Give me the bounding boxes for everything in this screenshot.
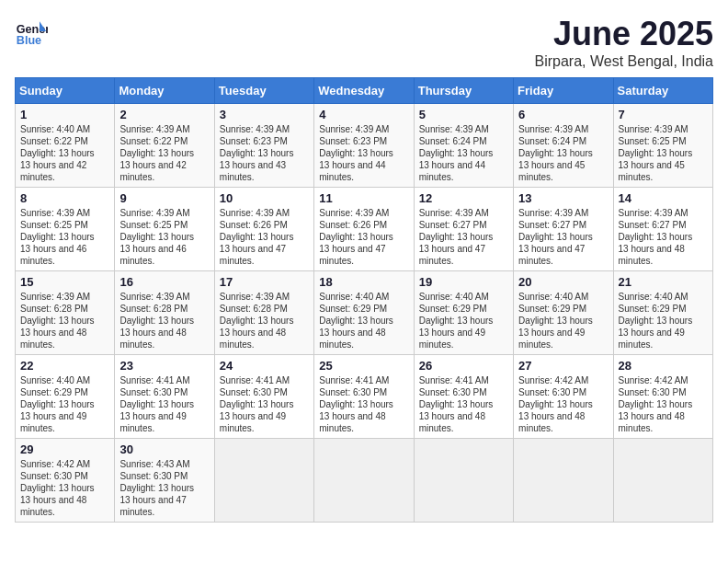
- day-number: 4: [319, 108, 408, 121]
- calendar-cell: 2Sunrise: 4:39 AMSunset: 6:22 PMDaylight…: [115, 104, 214, 188]
- daylight-minutes-text: 13 hours and 48 minutes.: [319, 327, 408, 350]
- sunset-text: Sunset: 6:30 PM: [20, 470, 109, 482]
- day-number: 15: [20, 275, 109, 289]
- sunrise-text: Sunrise: 4:39 AM: [319, 123, 408, 135]
- daylight-hours-label: Daylight: 13 hours: [619, 147, 708, 159]
- daylight-hours-label: Daylight: 13 hours: [518, 398, 608, 410]
- sunset-text: Sunset: 6:29 PM: [20, 386, 109, 398]
- sunset-text: Sunset: 6:30 PM: [119, 470, 209, 482]
- sunset-text: Sunset: 6:23 PM: [220, 135, 309, 147]
- calendar-cell: 13Sunrise: 4:39 AMSunset: 6:27 PMDayligh…: [514, 188, 613, 271]
- sunrise-text: Sunrise: 4:39 AM: [20, 291, 109, 303]
- header-row: Sunday Monday Tuesday Wednesday Thursday…: [16, 78, 713, 104]
- sunset-text: Sunset: 6:29 PM: [619, 303, 708, 315]
- day-number: 28: [619, 359, 708, 373]
- daylight-minutes-text: 13 hours and 44 minutes.: [419, 159, 508, 183]
- daylight-hours-label: Daylight: 13 hours: [119, 315, 209, 327]
- daylight-hours-label: Daylight: 13 hours: [119, 231, 209, 243]
- daylight-hours-label: Daylight: 13 hours: [419, 147, 508, 159]
- sunset-text: Sunset: 6:29 PM: [419, 303, 508, 315]
- page-header: General Blue June 2025 Birpara, West Ben…: [15, 15, 713, 70]
- daylight-minutes-text: 13 hours and 46 minutes.: [119, 243, 209, 267]
- calendar-cell: 3Sunrise: 4:39 AMSunset: 6:23 PMDaylight…: [214, 104, 313, 188]
- daylight-hours-label: Daylight: 13 hours: [20, 147, 109, 159]
- daylight-minutes-text: 13 hours and 48 minutes.: [518, 410, 608, 434]
- day-number: 29: [20, 442, 109, 456]
- calendar-week-4: 22Sunrise: 4:40 AMSunset: 6:29 PMDayligh…: [16, 355, 713, 439]
- col-saturday: Saturday: [613, 78, 712, 104]
- calendar-cell: 27Sunrise: 4:42 AMSunset: 6:30 PMDayligh…: [514, 355, 613, 439]
- sunset-text: Sunset: 6:22 PM: [119, 135, 209, 147]
- day-number: 23: [119, 359, 209, 373]
- calendar-cell: 11Sunrise: 4:39 AMSunset: 6:26 PMDayligh…: [314, 188, 414, 271]
- daylight-hours-label: Daylight: 13 hours: [319, 231, 408, 243]
- calendar-cell: 20Sunrise: 4:40 AMSunset: 6:29 PMDayligh…: [514, 271, 613, 355]
- col-wednesday: Wednesday: [314, 78, 414, 104]
- calendar-cell: [214, 439, 313, 523]
- daylight-minutes-text: 13 hours and 47 minutes.: [220, 243, 309, 267]
- daylight-minutes-text: 13 hours and 49 minutes.: [119, 410, 209, 434]
- daylight-minutes-text: 13 hours and 47 minutes.: [119, 494, 209, 518]
- day-number: 18: [319, 275, 408, 289]
- calendar-week-5: 29Sunrise: 4:42 AMSunset: 6:30 PMDayligh…: [16, 439, 713, 523]
- logo-icon: General Blue: [15, 15, 48, 48]
- title-area: June 2025 Birpara, West Bengal, India: [535, 15, 713, 70]
- daylight-hours-label: Daylight: 13 hours: [619, 398, 708, 410]
- sunrise-text: Sunrise: 4:43 AM: [119, 458, 209, 470]
- calendar-cell: [414, 439, 513, 523]
- sunrise-text: Sunrise: 4:39 AM: [20, 207, 109, 219]
- daylight-hours-label: Daylight: 13 hours: [220, 315, 309, 327]
- sunset-text: Sunset: 6:30 PM: [419, 386, 508, 398]
- daylight-hours-label: Daylight: 13 hours: [119, 482, 209, 494]
- sunset-text: Sunset: 6:29 PM: [319, 303, 408, 315]
- day-number: 6: [518, 108, 608, 121]
- daylight-minutes-text: 13 hours and 45 minutes.: [619, 159, 708, 183]
- daylight-hours-label: Daylight: 13 hours: [518, 231, 608, 243]
- daylight-hours-label: Daylight: 13 hours: [419, 398, 508, 410]
- daylight-minutes-text: 13 hours and 42 minutes.: [20, 159, 109, 183]
- calendar-week-2: 8Sunrise: 4:39 AMSunset: 6:25 PMDaylight…: [16, 188, 713, 271]
- day-number: 21: [619, 275, 708, 289]
- calendar-cell: 23Sunrise: 4:41 AMSunset: 6:30 PMDayligh…: [115, 355, 214, 439]
- day-number: 19: [419, 275, 508, 289]
- daylight-minutes-text: 13 hours and 48 minutes.: [119, 327, 209, 350]
- calendar-cell: 5Sunrise: 4:39 AMSunset: 6:24 PMDaylight…: [414, 104, 513, 188]
- day-number: 8: [20, 191, 109, 205]
- svg-text:Blue: Blue: [17, 34, 41, 47]
- day-number: 1: [20, 108, 109, 121]
- sunrise-text: Sunrise: 4:39 AM: [419, 207, 508, 219]
- daylight-minutes-text: 13 hours and 49 minutes.: [220, 410, 309, 434]
- sunrise-text: Sunrise: 4:39 AM: [419, 123, 508, 135]
- daylight-hours-label: Daylight: 13 hours: [319, 398, 408, 410]
- calendar-cell: 18Sunrise: 4:40 AMSunset: 6:29 PMDayligh…: [314, 271, 414, 355]
- sunrise-text: Sunrise: 4:40 AM: [419, 291, 508, 303]
- daylight-minutes-text: 13 hours and 48 minutes.: [419, 410, 508, 434]
- sunset-text: Sunset: 6:24 PM: [518, 135, 608, 147]
- sunset-text: Sunset: 6:29 PM: [518, 303, 608, 315]
- sunrise-text: Sunrise: 4:40 AM: [319, 291, 408, 303]
- sunrise-text: Sunrise: 4:40 AM: [619, 291, 708, 303]
- sunrise-text: Sunrise: 4:40 AM: [20, 374, 109, 386]
- sunrise-text: Sunrise: 4:40 AM: [20, 123, 109, 135]
- daylight-minutes-text: 13 hours and 49 minutes.: [619, 327, 708, 350]
- daylight-hours-label: Daylight: 13 hours: [518, 147, 608, 159]
- daylight-minutes-text: 13 hours and 47 minutes.: [419, 243, 508, 267]
- day-number: 24: [220, 359, 309, 373]
- sunrise-text: Sunrise: 4:39 AM: [518, 123, 608, 135]
- daylight-hours-label: Daylight: 13 hours: [20, 398, 109, 410]
- daylight-hours-label: Daylight: 13 hours: [20, 231, 109, 243]
- day-number: 30: [119, 442, 209, 456]
- calendar-cell: [514, 439, 613, 523]
- calendar-cell: 22Sunrise: 4:40 AMSunset: 6:29 PMDayligh…: [16, 355, 115, 439]
- sunrise-text: Sunrise: 4:42 AM: [518, 374, 608, 386]
- daylight-minutes-text: 13 hours and 42 minutes.: [119, 159, 209, 183]
- calendar-cell: 4Sunrise: 4:39 AMSunset: 6:23 PMDaylight…: [314, 104, 414, 188]
- sunrise-text: Sunrise: 4:39 AM: [220, 291, 309, 303]
- sunset-text: Sunset: 6:22 PM: [20, 135, 109, 147]
- daylight-hours-label: Daylight: 13 hours: [119, 147, 209, 159]
- sunrise-text: Sunrise: 4:39 AM: [619, 123, 708, 135]
- daylight-minutes-text: 13 hours and 48 minutes.: [220, 327, 309, 350]
- calendar-cell: [314, 439, 414, 523]
- sunrise-text: Sunrise: 4:39 AM: [119, 291, 209, 303]
- daylight-minutes-text: 13 hours and 44 minutes.: [319, 159, 408, 183]
